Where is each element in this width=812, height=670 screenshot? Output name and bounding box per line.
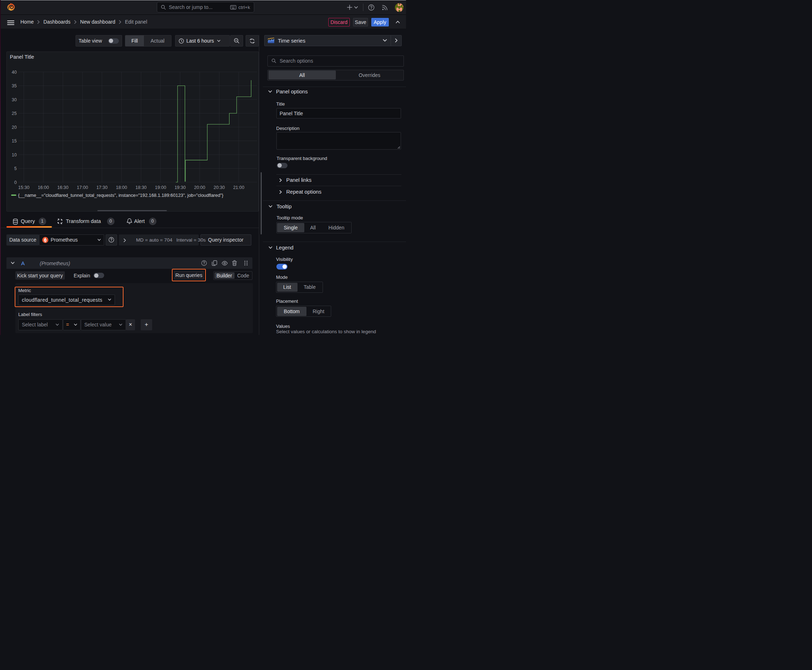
svg-text:5: 5 — [14, 166, 17, 171]
svg-text:20:00: 20:00 — [194, 185, 205, 190]
svg-text:16:00: 16:00 — [37, 185, 49, 190]
svg-text:15:30: 15:30 — [18, 185, 29, 190]
svg-text:16:30: 16:30 — [57, 185, 68, 190]
svg-text:{__name__="cloudflared_tunnel_: {__name__="cloudflared_tunnel_total_requ… — [18, 193, 224, 198]
svg-text:40: 40 — [12, 70, 17, 75]
svg-text:10: 10 — [12, 152, 17, 157]
svg-text:0: 0 — [14, 180, 17, 185]
svg-text:35: 35 — [12, 83, 17, 88]
svg-text:20:30: 20:30 — [214, 185, 225, 190]
svg-text:17:00: 17:00 — [77, 185, 88, 190]
svg-text:20: 20 — [12, 125, 17, 130]
svg-text:21:00: 21:00 — [233, 185, 244, 190]
svg-text:18:30: 18:30 — [135, 185, 146, 190]
svg-text:25: 25 — [12, 111, 17, 116]
svg-text:19:00: 19:00 — [155, 185, 166, 190]
svg-text:30: 30 — [12, 97, 17, 102]
svg-text:18:00: 18:00 — [116, 185, 127, 190]
svg-text:15: 15 — [12, 139, 17, 144]
svg-text:19:30: 19:30 — [175, 185, 185, 190]
svg-text:17:30: 17:30 — [96, 185, 107, 190]
